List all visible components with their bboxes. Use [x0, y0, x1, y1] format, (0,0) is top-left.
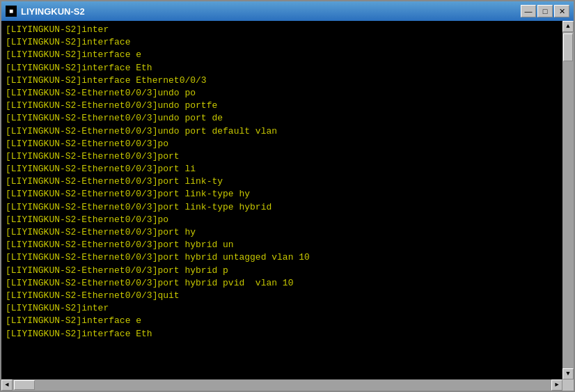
scroll-left-button[interactable]: ◄ — [1, 379, 13, 391]
terminal-line: [LIYINGKUN-S2-Ethernet0/0/3]port hybrid … — [6, 251, 558, 264]
terminal-line: [LIYINGKUN-S2-Ethernet0/0/3]port li — [6, 163, 558, 175]
scroll-down-button[interactable]: ▼ — [562, 368, 574, 379]
terminal-line: [LIYINGKUN-S2-Ethernet0/0/3]port hy — [6, 226, 558, 239]
terminal-line: [LIYINGKUN-S2-Ethernet0/0/3]port hybrid … — [6, 239, 558, 251]
terminal-line: [LIYINGKUN-S2-Ethernet0/0/3]undo port de — [6, 112, 558, 125]
minimize-button[interactable]: — — [521, 5, 536, 17]
scrollbar-corner — [562, 379, 574, 391]
bottom-bar: ◄ ► — [1, 379, 574, 391]
terminal-line: [LIYINGKUN-S2-Ethernet0/0/3]port — [6, 150, 558, 163]
scroll-thumb-v[interactable] — [563, 33, 573, 61]
terminal-line: [LIYINGKUN-S2]interface e — [6, 49, 558, 61]
title-bar-left: ■ LIYINGKUN-S2 — [6, 6, 85, 17]
terminal-line: [LIYINGKUN-S2-Ethernet0/0/3]undo po — [6, 87, 558, 100]
close-button[interactable]: ✕ — [554, 5, 569, 17]
terminal-line: [LIYINGKUN-S2-Ethernet0/0/3]port link-ty… — [6, 188, 558, 201]
terminal-container: [LIYINGKUN-S2]inter[LIYINGKUN-S2]interfa… — [1, 21, 574, 379]
maximize-button[interactable]: □ — [537, 5, 553, 17]
scroll-up-button[interactable]: ▲ — [562, 21, 574, 32]
terminal-line: [LIYINGKUN-S2]interface e — [6, 315, 558, 327]
terminal-line: [LIYINGKUN-S2]interface — [6, 36, 558, 49]
terminal-line: [LIYINGKUN-S2]interface Eth — [6, 328, 558, 340]
terminal-line: [LIYINGKUN-S2-Ethernet0/0/3]quit — [6, 290, 558, 302]
terminal-line: [LIYINGKUN-S2-Ethernet0/0/3]port hybrid … — [6, 277, 558, 290]
terminal-line: [LIYINGKUN-S2-Ethernet0/0/3]po — [6, 214, 558, 226]
vertical-scrollbar[interactable]: ▲ ▼ — [562, 21, 574, 379]
terminal-line: [LIYINGKUN-S2]interface Eth — [6, 62, 558, 75]
terminal-line: [LIYINGKUN-S2-Ethernet0/0/3]undo portfe — [6, 100, 558, 112]
terminal-line: [LIYINGKUN-S2-Ethernet0/0/3]port hybrid … — [6, 265, 558, 277]
terminal-line: [LIYINGKUN-S2]interface Ethernet0/0/3 — [6, 75, 558, 87]
title-bar: ■ LIYINGKUN-S2 — □ ✕ — [1, 1, 574, 21]
terminal-line: [LIYINGKUN-S2]inter — [6, 24, 558, 36]
terminal-line: [LIYINGKUN-S2-Ethernet0/0/3]port link-ty — [6, 175, 558, 188]
scroll-thumb-h[interactable] — [14, 380, 35, 390]
scroll-track-v[interactable] — [562, 32, 574, 368]
terminal-line: [LIYINGKUN-S2-Ethernet0/0/3]port link-ty… — [6, 201, 558, 214]
window-controls: — □ ✕ — [521, 5, 569, 17]
terminal-window: ■ LIYINGKUN-S2 — □ ✕ [LIYINGKUN-S2]inter… — [0, 0, 575, 392]
scroll-track-h[interactable] — [13, 379, 551, 391]
terminal-line: [LIYINGKUN-S2-Ethernet0/0/3]undo port de… — [6, 125, 558, 138]
terminal-line: [LIYINGKUN-S2-Ethernet0/0/3]po — [6, 138, 558, 150]
terminal-line: [LIYINGKUN-S2]inter — [6, 302, 558, 315]
terminal-output[interactable]: [LIYINGKUN-S2]inter[LIYINGKUN-S2]interfa… — [1, 21, 562, 379]
window-title: LIYINGKUN-S2 — [21, 6, 85, 17]
app-icon: ■ — [6, 6, 17, 17]
scroll-right-button[interactable]: ► — [551, 379, 562, 391]
